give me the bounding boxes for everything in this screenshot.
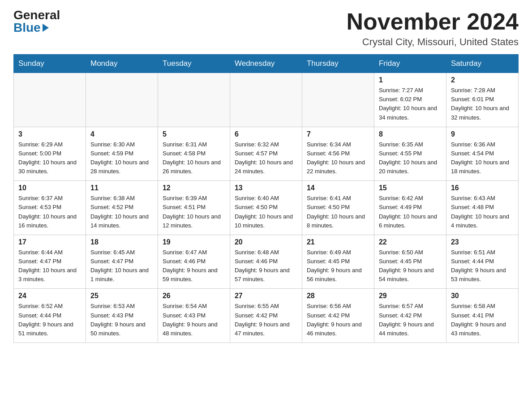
calendar-cell: 17Sunrise: 6:44 AMSunset: 4:47 PMDayligh… bbox=[14, 235, 86, 289]
day-info: Sunrise: 6:31 AMSunset: 4:58 PMDaylight:… bbox=[163, 140, 225, 176]
day-info: Sunrise: 6:29 AMSunset: 5:00 PMDaylight:… bbox=[18, 140, 81, 176]
day-info: Sunrise: 6:32 AMSunset: 4:57 PMDaylight:… bbox=[235, 140, 297, 176]
weekday-header-thursday: Thursday bbox=[302, 55, 374, 73]
calendar-cell: 2Sunrise: 7:28 AMSunset: 6:01 PMDaylight… bbox=[446, 73, 518, 127]
calendar-cell bbox=[158, 73, 230, 127]
logo-arrow-icon bbox=[43, 24, 49, 32]
calendar-cell: 5Sunrise: 6:31 AMSunset: 4:58 PMDaylight… bbox=[158, 127, 230, 181]
day-info: Sunrise: 6:44 AMSunset: 4:47 PMDaylight:… bbox=[18, 248, 81, 284]
calendar-cell: 27Sunrise: 6:55 AMSunset: 4:42 PMDayligh… bbox=[230, 289, 302, 343]
day-number: 6 bbox=[235, 130, 297, 138]
day-number: 16 bbox=[451, 184, 514, 192]
day-number: 5 bbox=[163, 130, 225, 138]
calendar-cell: 3Sunrise: 6:29 AMSunset: 5:00 PMDaylight… bbox=[14, 127, 86, 181]
day-info: Sunrise: 6:54 AMSunset: 4:43 PMDaylight:… bbox=[163, 302, 225, 338]
day-number: 12 bbox=[163, 184, 225, 192]
weekday-header-saturday: Saturday bbox=[446, 55, 518, 73]
day-number: 3 bbox=[18, 130, 81, 138]
calendar-week-5: 24Sunrise: 6:52 AMSunset: 4:44 PMDayligh… bbox=[14, 289, 519, 343]
calendar-cell: 4Sunrise: 6:30 AMSunset: 4:59 PMDaylight… bbox=[86, 127, 158, 181]
day-number: 21 bbox=[307, 238, 369, 246]
day-info: Sunrise: 6:39 AMSunset: 4:51 PMDaylight:… bbox=[163, 194, 225, 230]
day-info: Sunrise: 7:28 AMSunset: 6:01 PMDaylight:… bbox=[451, 86, 514, 122]
calendar-header: SundayMondayTuesdayWednesdayThursdayFrid… bbox=[14, 55, 519, 73]
day-number: 2 bbox=[451, 76, 514, 84]
day-info: Sunrise: 6:41 AMSunset: 4:50 PMDaylight:… bbox=[307, 194, 369, 230]
day-info: Sunrise: 6:34 AMSunset: 4:56 PMDaylight:… bbox=[307, 140, 369, 176]
day-info: Sunrise: 7:27 AMSunset: 6:02 PMDaylight:… bbox=[379, 86, 442, 122]
day-number: 30 bbox=[451, 292, 514, 300]
day-info: Sunrise: 6:57 AMSunset: 4:42 PMDaylight:… bbox=[379, 302, 442, 338]
day-info: Sunrise: 6:50 AMSunset: 4:45 PMDaylight:… bbox=[379, 248, 442, 284]
day-number: 28 bbox=[307, 292, 369, 300]
day-number: 20 bbox=[235, 238, 297, 246]
calendar-cell: 15Sunrise: 6:42 AMSunset: 4:49 PMDayligh… bbox=[374, 181, 446, 235]
day-number: 18 bbox=[90, 238, 153, 246]
day-number: 15 bbox=[379, 184, 442, 192]
calendar-cell: 30Sunrise: 6:58 AMSunset: 4:41 PMDayligh… bbox=[446, 289, 518, 343]
day-number: 8 bbox=[379, 130, 442, 138]
day-number: 4 bbox=[90, 130, 153, 138]
calendar-cell: 18Sunrise: 6:45 AMSunset: 4:47 PMDayligh… bbox=[86, 235, 158, 289]
day-number: 23 bbox=[451, 238, 514, 246]
calendar-cell bbox=[230, 73, 302, 127]
day-info: Sunrise: 6:42 AMSunset: 4:49 PMDaylight:… bbox=[379, 194, 442, 230]
day-info: Sunrise: 6:51 AMSunset: 4:44 PMDaylight:… bbox=[451, 248, 514, 284]
day-number: 14 bbox=[307, 184, 369, 192]
weekday-header-monday: Monday bbox=[86, 55, 158, 73]
calendar-cell bbox=[14, 73, 86, 127]
weekday-header-sunday: Sunday bbox=[14, 55, 86, 73]
calendar-cell: 6Sunrise: 6:32 AMSunset: 4:57 PMDaylight… bbox=[230, 127, 302, 181]
weekday-header-row: SundayMondayTuesdayWednesdayThursdayFrid… bbox=[14, 55, 519, 73]
day-info: Sunrise: 6:40 AMSunset: 4:50 PMDaylight:… bbox=[235, 194, 297, 230]
calendar-cell: 29Sunrise: 6:57 AMSunset: 4:42 PMDayligh… bbox=[374, 289, 446, 343]
calendar-cell: 13Sunrise: 6:40 AMSunset: 4:50 PMDayligh… bbox=[230, 181, 302, 235]
day-number: 17 bbox=[18, 238, 81, 246]
calendar-week-4: 17Sunrise: 6:44 AMSunset: 4:47 PMDayligh… bbox=[14, 235, 519, 289]
day-number: 26 bbox=[163, 292, 225, 300]
weekday-header-tuesday: Tuesday bbox=[158, 55, 230, 73]
day-info: Sunrise: 6:52 AMSunset: 4:44 PMDaylight:… bbox=[18, 302, 81, 338]
day-number: 29 bbox=[379, 292, 442, 300]
calendar-cell bbox=[302, 73, 374, 127]
day-info: Sunrise: 6:48 AMSunset: 4:46 PMDaylight:… bbox=[235, 248, 297, 284]
day-number: 25 bbox=[90, 292, 153, 300]
day-info: Sunrise: 6:38 AMSunset: 4:52 PMDaylight:… bbox=[90, 194, 153, 230]
calendar-week-1: 1Sunrise: 7:27 AMSunset: 6:02 PMDaylight… bbox=[14, 73, 519, 127]
calendar-cell: 24Sunrise: 6:52 AMSunset: 4:44 PMDayligh… bbox=[14, 289, 86, 343]
day-info: Sunrise: 6:45 AMSunset: 4:47 PMDaylight:… bbox=[90, 248, 153, 284]
calendar-cell: 14Sunrise: 6:41 AMSunset: 4:50 PMDayligh… bbox=[302, 181, 374, 235]
logo-blue-line: Blue bbox=[13, 21, 60, 34]
weekday-header-friday: Friday bbox=[374, 55, 446, 73]
day-info: Sunrise: 6:55 AMSunset: 4:42 PMDaylight:… bbox=[235, 302, 297, 338]
calendar-cell: 10Sunrise: 6:37 AMSunset: 4:53 PMDayligh… bbox=[14, 181, 86, 235]
page-header: General Blue November 2024 Crystal City,… bbox=[13, 9, 519, 48]
day-number: 7 bbox=[307, 130, 369, 138]
day-info: Sunrise: 6:58 AMSunset: 4:41 PMDaylight:… bbox=[451, 302, 514, 338]
logo: General Blue bbox=[13, 9, 60, 34]
calendar-table: SundayMondayTuesdayWednesdayThursdayFrid… bbox=[13, 54, 519, 343]
day-info: Sunrise: 6:49 AMSunset: 4:45 PMDaylight:… bbox=[307, 248, 369, 284]
day-info: Sunrise: 6:56 AMSunset: 4:42 PMDaylight:… bbox=[307, 302, 369, 338]
calendar-cell bbox=[86, 73, 158, 127]
calendar-cell: 9Sunrise: 6:36 AMSunset: 4:54 PMDaylight… bbox=[446, 127, 518, 181]
weekday-header-wednesday: Wednesday bbox=[230, 55, 302, 73]
logo-blue: Blue bbox=[13, 21, 41, 34]
day-number: 22 bbox=[379, 238, 442, 246]
day-number: 13 bbox=[235, 184, 297, 192]
logo-general: General bbox=[13, 9, 60, 21]
day-number: 19 bbox=[163, 238, 225, 246]
calendar-week-2: 3Sunrise: 6:29 AMSunset: 5:00 PMDaylight… bbox=[14, 127, 519, 181]
calendar-cell: 22Sunrise: 6:50 AMSunset: 4:45 PMDayligh… bbox=[374, 235, 446, 289]
day-info: Sunrise: 6:30 AMSunset: 4:59 PMDaylight:… bbox=[90, 140, 153, 176]
day-info: Sunrise: 6:53 AMSunset: 4:43 PMDaylight:… bbox=[90, 302, 153, 338]
day-number: 11 bbox=[90, 184, 153, 192]
location-title: Crystal City, Missouri, United States bbox=[347, 36, 519, 48]
calendar-cell: 26Sunrise: 6:54 AMSunset: 4:43 PMDayligh… bbox=[158, 289, 230, 343]
day-info: Sunrise: 6:47 AMSunset: 4:46 PMDaylight:… bbox=[163, 248, 225, 284]
calendar-body: 1Sunrise: 7:27 AMSunset: 6:02 PMDaylight… bbox=[14, 73, 519, 343]
day-info: Sunrise: 6:35 AMSunset: 4:55 PMDaylight:… bbox=[379, 140, 442, 176]
day-number: 1 bbox=[379, 76, 442, 84]
day-number: 24 bbox=[18, 292, 81, 300]
day-info: Sunrise: 6:36 AMSunset: 4:54 PMDaylight:… bbox=[451, 140, 514, 176]
